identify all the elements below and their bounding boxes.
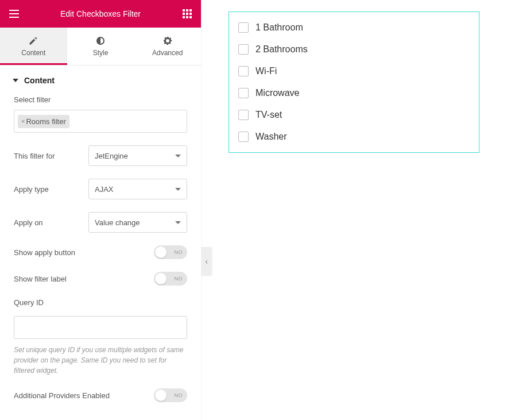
select-value: AJAX: [95, 185, 114, 194]
label-apply-on: Apply on: [14, 218, 88, 227]
label-this-filter-for: This filter for: [14, 152, 88, 160]
filter-tag[interactable]: × Rooms filter: [18, 115, 69, 128]
query-id-input[interactable]: [14, 316, 187, 339]
toggle-text: NO: [175, 388, 183, 402]
label-apply-type: Apply type: [14, 185, 88, 194]
select-value: JetEngine: [95, 152, 128, 160]
field-additional-providers: Additional Providers Enabled NO: [14, 388, 187, 402]
field-show-apply-button: Show apply button NO: [14, 245, 187, 259]
chevron-down-icon: [175, 221, 181, 224]
tab-style[interactable]: Style: [67, 28, 134, 65]
select-this-filter-for[interactable]: JetEngine: [88, 145, 187, 166]
form-body: Select filter × Rooms filter This filter…: [0, 95, 201, 420]
checkbox[interactable]: [238, 44, 249, 55]
tab-label: Advanced: [152, 49, 183, 57]
tab-label: Content: [21, 49, 45, 57]
select-apply-type[interactable]: AJAX: [88, 179, 187, 199]
checkbox-label: Wi-Fi: [256, 66, 277, 76]
chevron-down-icon: [175, 155, 181, 157]
query-id-help: Set unique query ID if you use multiple …: [14, 345, 187, 376]
checkbox[interactable]: [238, 110, 249, 120]
toggle-text: NO: [175, 272, 183, 286]
gear-icon: [163, 36, 172, 45]
preview-area: 1 Bathroom2 BathroomsWi-FiMicrowaveTV-se…: [201, 0, 507, 420]
close-icon[interactable]: ×: [21, 118, 25, 125]
select-apply-on[interactable]: Value change: [88, 212, 187, 233]
field-query-id: Query ID Set unique query ID if you use …: [14, 298, 187, 376]
chevron-down-icon: [13, 79, 18, 82]
widgets-grid-icon[interactable]: [181, 8, 193, 20]
field-this-filter-for: This filter for JetEngine: [14, 145, 187, 166]
label-show-apply-button: Show apply button: [14, 248, 154, 257]
toggle-show-filter-label[interactable]: NO: [154, 272, 187, 286]
hamburger-icon[interactable]: [8, 8, 20, 20]
checkbox-row: Washer: [238, 126, 470, 148]
contrast-icon: [96, 36, 105, 45]
checkbox-label: Washer: [256, 132, 287, 142]
tab-label: Style: [93, 49, 109, 57]
field-show-filter-label: Show filter label NO: [14, 272, 187, 286]
checkbox[interactable]: [238, 88, 249, 98]
panel-tabs: Content Style Advanced: [0, 28, 201, 65]
chevron-left-icon: ‹: [205, 257, 208, 266]
select-filter-input[interactable]: × Rooms filter: [14, 110, 187, 133]
checkbox-label: 1 Bathroom: [256, 22, 303, 33]
tab-content[interactable]: Content: [0, 28, 67, 65]
checkbox-label: TV-set: [256, 110, 282, 120]
checkbox-label: Microwave: [256, 88, 299, 98]
checkbox-row: 1 Bathroom: [238, 17, 470, 38]
section-toggle-content[interactable]: Content: [0, 65, 201, 95]
label-select-filter: Select filter: [14, 95, 187, 104]
toggle-show-apply-button[interactable]: NO: [154, 245, 187, 259]
toggle-knob: [155, 390, 167, 401]
checkbox-filter-widget[interactable]: 1 Bathroom2 BathroomsWi-FiMicrowaveTV-se…: [229, 11, 479, 153]
field-apply-on: Apply on Value change: [14, 212, 187, 233]
section-title: Content: [24, 76, 55, 85]
toggle-knob: [155, 273, 167, 284]
panel-title: Edit Checkboxes Filter: [60, 9, 141, 18]
checkbox[interactable]: [238, 132, 249, 142]
toggle-additional-providers[interactable]: NO: [154, 388, 187, 402]
field-apply-type: Apply type AJAX: [14, 179, 187, 199]
field-select-filter: Select filter × Rooms filter: [14, 95, 187, 133]
tab-advanced[interactable]: Advanced: [134, 28, 201, 65]
checkbox-row: Wi-Fi: [238, 60, 470, 82]
checkbox[interactable]: [238, 66, 249, 76]
toggle-text: NO: [175, 245, 183, 259]
panel-header: Edit Checkboxes Filter: [0, 0, 201, 28]
checkbox-row: 2 Bathrooms: [238, 38, 470, 60]
select-value: Value change: [95, 218, 140, 227]
chevron-down-icon: [175, 188, 181, 191]
pencil-icon: [29, 36, 38, 45]
label-additional-providers: Additional Providers Enabled: [14, 391, 154, 400]
toggle-knob: [155, 246, 167, 258]
editor-panel: Edit Checkboxes Filter Content Style Adv…: [0, 0, 201, 420]
label-query-id: Query ID: [14, 298, 187, 307]
label-show-filter-label: Show filter label: [14, 275, 154, 283]
checkbox-row: TV-set: [238, 104, 470, 126]
checkbox-row: Microwave: [238, 82, 470, 104]
checkbox-label: 2 Bathrooms: [256, 44, 308, 55]
filter-tag-label: Rooms filter: [26, 117, 65, 126]
checkbox[interactable]: [238, 22, 249, 33]
collapse-panel-handle[interactable]: ‹: [201, 247, 212, 276]
